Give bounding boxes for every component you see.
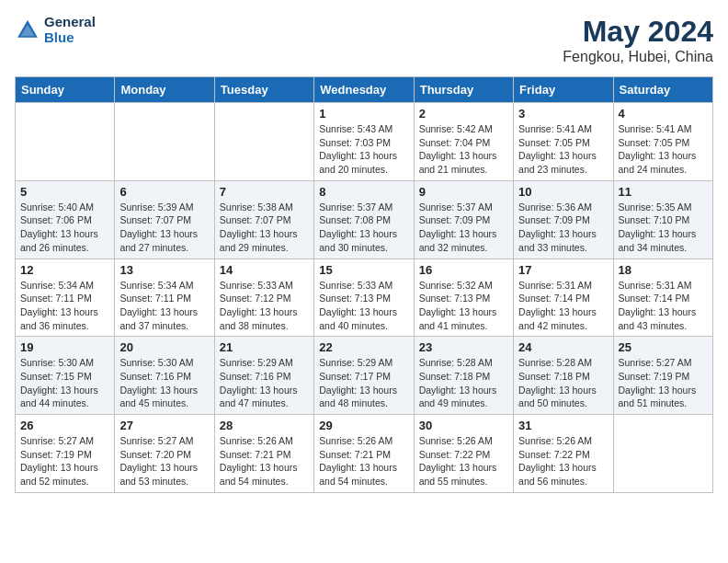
day-number: 4	[619, 107, 708, 121]
day-info: Sunrise: 5:29 AM Sunset: 7:17 PM Dayligh…	[319, 356, 408, 410]
calendar-cell: 20Sunrise: 5:30 AM Sunset: 7:16 PM Dayli…	[115, 337, 214, 415]
calendar-cell: 9Sunrise: 5:37 AM Sunset: 7:09 PM Daylig…	[414, 180, 513, 259]
day-number: 13	[119, 263, 209, 277]
day-number: 10	[518, 185, 608, 199]
calendar-cell: 30Sunrise: 5:26 AM Sunset: 7:22 PM Dayli…	[414, 415, 513, 493]
day-number: 3	[518, 107, 608, 121]
day-info: Sunrise: 5:29 AM Sunset: 7:16 PM Dayligh…	[220, 356, 309, 410]
day-number: 24	[518, 340, 608, 354]
day-info: Sunrise: 5:37 AM Sunset: 7:09 PM Dayligh…	[419, 201, 508, 255]
weekday-header-tuesday: Tuesday	[214, 77, 313, 103]
day-info: Sunrise: 5:28 AM Sunset: 7:18 PM Dayligh…	[518, 356, 608, 410]
day-info: Sunrise: 5:41 AM Sunset: 7:05 PM Dayligh…	[518, 122, 608, 177]
calendar-cell: 1Sunrise: 5:43 AM Sunset: 7:03 PM Daylig…	[314, 103, 414, 181]
calendar-cell: 22Sunrise: 5:29 AM Sunset: 7:17 PM Dayli…	[314, 337, 414, 415]
day-number: 18	[619, 263, 708, 277]
calendar-cell	[214, 103, 313, 181]
day-number: 5	[20, 185, 109, 199]
calendar-cell: 21Sunrise: 5:29 AM Sunset: 7:16 PM Dayli…	[214, 337, 313, 415]
day-info: Sunrise: 5:32 AM Sunset: 7:13 PM Dayligh…	[419, 279, 508, 333]
logo-text: General Blue	[44, 15, 96, 45]
calendar-cell	[16, 103, 115, 181]
day-info: Sunrise: 5:43 AM Sunset: 7:03 PM Dayligh…	[319, 122, 408, 177]
calendar-week-row: 19Sunrise: 5:30 AM Sunset: 7:15 PM Dayli…	[16, 337, 713, 415]
day-info: Sunrise: 5:30 AM Sunset: 7:16 PM Dayligh…	[119, 356, 209, 410]
calendar-cell: 24Sunrise: 5:28 AM Sunset: 7:18 PM Dayli…	[514, 337, 613, 415]
calendar-cell: 2Sunrise: 5:42 AM Sunset: 7:04 PM Daylig…	[414, 103, 513, 181]
day-number: 16	[419, 263, 508, 277]
weekday-header-wednesday: Wednesday	[314, 77, 414, 103]
day-info: Sunrise: 5:36 AM Sunset: 7:09 PM Dayligh…	[518, 201, 608, 255]
day-info: Sunrise: 5:38 AM Sunset: 7:07 PM Dayligh…	[220, 201, 309, 255]
day-info: Sunrise: 5:42 AM Sunset: 7:04 PM Dayligh…	[419, 122, 508, 177]
calendar-cell: 13Sunrise: 5:34 AM Sunset: 7:11 PM Dayli…	[115, 259, 214, 337]
weekday-header-monday: Monday	[115, 77, 214, 103]
day-info: Sunrise: 5:33 AM Sunset: 7:13 PM Dayligh…	[319, 279, 408, 333]
day-info: Sunrise: 5:39 AM Sunset: 7:07 PM Dayligh…	[119, 201, 209, 255]
calendar-cell: 12Sunrise: 5:34 AM Sunset: 7:11 PM Dayli…	[16, 259, 115, 337]
day-number: 2	[419, 107, 508, 121]
calendar-cell: 18Sunrise: 5:31 AM Sunset: 7:14 PM Dayli…	[613, 259, 712, 337]
day-info: Sunrise: 5:27 AM Sunset: 7:19 PM Dayligh…	[20, 434, 109, 488]
calendar-cell: 5Sunrise: 5:40 AM Sunset: 7:06 PM Daylig…	[16, 180, 115, 259]
calendar-cell	[613, 415, 712, 493]
calendar-week-row: 5Sunrise: 5:40 AM Sunset: 7:06 PM Daylig…	[16, 180, 713, 259]
calendar-cell: 14Sunrise: 5:33 AM Sunset: 7:12 PM Dayli…	[214, 259, 313, 337]
day-number: 29	[319, 419, 408, 432]
calendar-week-row: 12Sunrise: 5:34 AM Sunset: 7:11 PM Dayli…	[16, 259, 713, 337]
calendar-cell: 28Sunrise: 5:26 AM Sunset: 7:21 PM Dayli…	[214, 415, 313, 493]
day-number: 8	[319, 185, 408, 199]
day-number: 17	[518, 263, 608, 277]
day-info: Sunrise: 5:33 AM Sunset: 7:12 PM Dayligh…	[220, 279, 309, 333]
weekday-header-sunday: Sunday	[16, 77, 115, 103]
calendar-cell: 7Sunrise: 5:38 AM Sunset: 7:07 PM Daylig…	[214, 180, 313, 259]
day-info: Sunrise: 5:41 AM Sunset: 7:05 PM Dayligh…	[619, 122, 708, 177]
calendar-cell	[115, 103, 214, 181]
day-number: 14	[220, 263, 309, 277]
day-number: 31	[518, 419, 608, 432]
calendar-cell: 25Sunrise: 5:27 AM Sunset: 7:19 PM Dayli…	[613, 337, 712, 415]
calendar-cell: 17Sunrise: 5:31 AM Sunset: 7:14 PM Dayli…	[514, 259, 613, 337]
calendar-cell: 11Sunrise: 5:35 AM Sunset: 7:10 PM Dayli…	[613, 180, 712, 259]
day-number: 23	[419, 340, 508, 354]
calendar-week-row: 1Sunrise: 5:43 AM Sunset: 7:03 PM Daylig…	[16, 103, 713, 181]
day-number: 20	[119, 340, 209, 354]
calendar-cell: 8Sunrise: 5:37 AM Sunset: 7:08 PM Daylig…	[314, 180, 414, 259]
calendar: SundayMondayTuesdayWednesdayThursdayFrid…	[15, 76, 713, 493]
calendar-cell: 4Sunrise: 5:41 AM Sunset: 7:05 PM Daylig…	[613, 103, 712, 181]
day-info: Sunrise: 5:28 AM Sunset: 7:18 PM Dayligh…	[419, 356, 508, 410]
calendar-cell: 16Sunrise: 5:32 AM Sunset: 7:13 PM Dayli…	[414, 259, 513, 337]
calendar-cell: 3Sunrise: 5:41 AM Sunset: 7:05 PM Daylig…	[514, 103, 613, 181]
day-number: 27	[119, 419, 209, 432]
weekday-header-friday: Friday	[514, 77, 613, 103]
logo-icon	[15, 17, 40, 43]
title-block: May 2024 Fengkou, Hubei, China	[563, 15, 713, 65]
calendar-cell: 23Sunrise: 5:28 AM Sunset: 7:18 PM Dayli…	[414, 337, 513, 415]
day-number: 1	[319, 107, 408, 121]
day-number: 11	[619, 185, 708, 199]
calendar-cell: 6Sunrise: 5:39 AM Sunset: 7:07 PM Daylig…	[115, 180, 214, 259]
calendar-cell: 27Sunrise: 5:27 AM Sunset: 7:20 PM Dayli…	[115, 415, 214, 493]
day-number: 26	[20, 419, 109, 432]
day-info: Sunrise: 5:27 AM Sunset: 7:19 PM Dayligh…	[619, 356, 708, 410]
calendar-cell: 29Sunrise: 5:26 AM Sunset: 7:21 PM Dayli…	[314, 415, 414, 493]
day-number: 30	[419, 419, 508, 432]
day-number: 28	[220, 419, 309, 432]
day-number: 19	[20, 340, 109, 354]
day-info: Sunrise: 5:26 AM Sunset: 7:22 PM Dayligh…	[419, 434, 508, 488]
day-number: 21	[220, 340, 309, 354]
day-info: Sunrise: 5:31 AM Sunset: 7:14 PM Dayligh…	[619, 279, 708, 333]
day-info: Sunrise: 5:30 AM Sunset: 7:15 PM Dayligh…	[20, 356, 109, 410]
day-info: Sunrise: 5:26 AM Sunset: 7:21 PM Dayligh…	[220, 434, 309, 488]
weekday-header-saturday: Saturday	[613, 77, 712, 103]
day-info: Sunrise: 5:26 AM Sunset: 7:22 PM Dayligh…	[518, 434, 608, 488]
day-number: 9	[419, 185, 508, 199]
logo: General Blue	[15, 15, 96, 45]
calendar-cell: 26Sunrise: 5:27 AM Sunset: 7:19 PM Dayli…	[16, 415, 115, 493]
day-info: Sunrise: 5:31 AM Sunset: 7:14 PM Dayligh…	[518, 279, 608, 333]
day-number: 25	[619, 340, 708, 354]
calendar-cell: 19Sunrise: 5:30 AM Sunset: 7:15 PM Dayli…	[16, 337, 115, 415]
day-info: Sunrise: 5:26 AM Sunset: 7:21 PM Dayligh…	[319, 434, 408, 488]
page-header: General Blue May 2024 Fengkou, Hubei, Ch…	[15, 15, 713, 65]
day-info: Sunrise: 5:35 AM Sunset: 7:10 PM Dayligh…	[619, 201, 708, 255]
